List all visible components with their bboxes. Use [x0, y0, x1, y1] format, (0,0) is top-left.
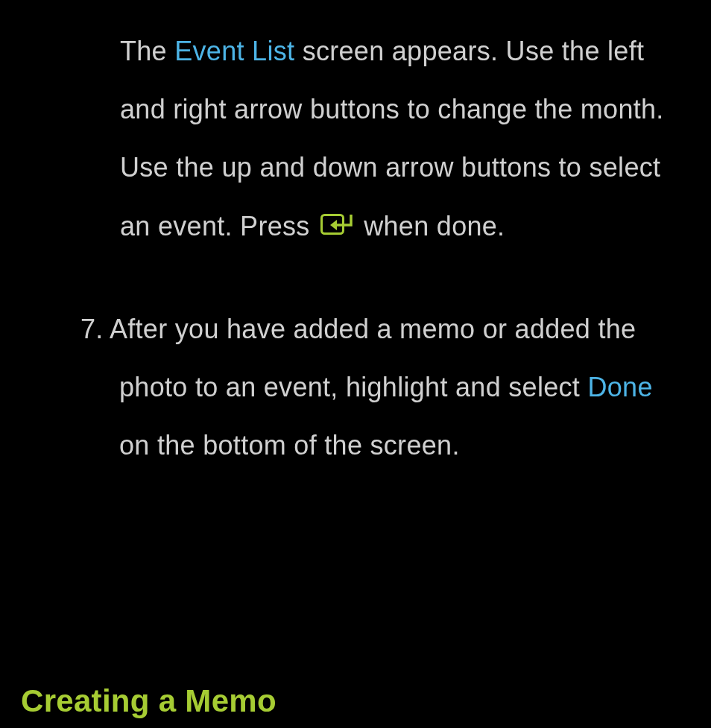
text-segment: The [120, 36, 174, 66]
section-heading-creating-memo: Creating a Memo [21, 683, 276, 719]
enter-icon [320, 197, 353, 255]
text-segment: After you have added a memo or added the… [110, 314, 636, 402]
paragraph-text: The Event List screen appears. Use the l… [120, 22, 674, 259]
instruction-paragraph-event-list: The Event List screen appears. Use the l… [0, 22, 711, 259]
text-segment: when done. [356, 211, 505, 241]
instruction-step-7: 7. After you have added a memo or added … [0, 300, 711, 475]
step-number: 7. [80, 314, 104, 344]
event-list-link[interactable]: Event List [174, 36, 294, 66]
text-segment: on the bottom of the screen. [119, 430, 460, 460]
done-link[interactable]: Done [587, 372, 652, 402]
step-content: 7. After you have added a memo or added … [80, 300, 674, 475]
